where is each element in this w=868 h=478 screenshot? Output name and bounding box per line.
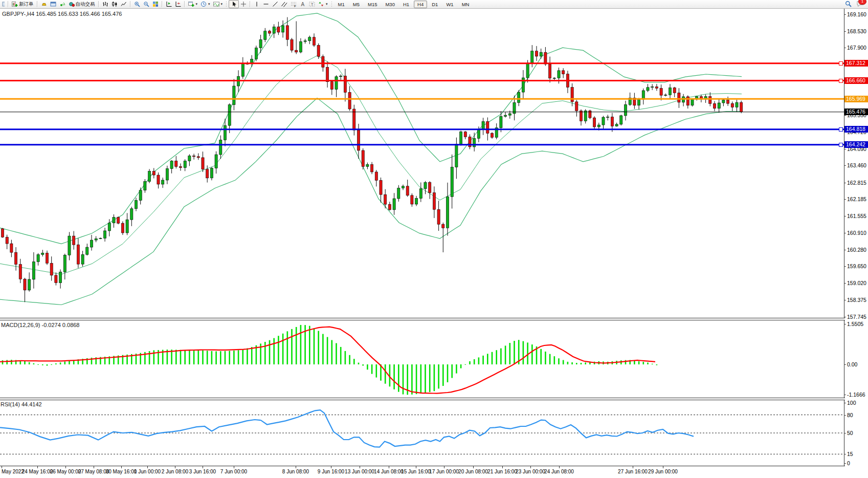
fibo-icon: F: [291, 1, 297, 7]
channel-button[interactable]: [280, 1, 289, 8]
timeframe-m5[interactable]: M5: [349, 1, 363, 8]
arrows-button[interactable]: ▾: [317, 1, 329, 8]
hline-handle[interactable]: [839, 79, 843, 83]
chevron-down-icon[interactable]: ▾: [208, 2, 210, 6]
trendline-button[interactable]: [271, 1, 280, 8]
price-badge: 167.312: [844, 60, 868, 67]
market-watch-button[interactable]: [49, 1, 58, 8]
price-badge: 165.969: [844, 96, 868, 102]
periods-button[interactable]: ▾: [199, 1, 212, 8]
timeframe-m15[interactable]: M15: [364, 1, 381, 8]
horizontal-line-button[interactable]: [261, 1, 271, 8]
price-badge: 166.660: [844, 77, 868, 84]
time-tick: [121, 466, 122, 468]
price-tick-label: 168.530: [847, 28, 868, 34]
time-tick: [444, 466, 444, 468]
hline-handle[interactable]: [839, 61, 843, 66]
time-label: 30 May 16:00: [106, 469, 137, 474]
timeframe-h4[interactable]: H4: [414, 1, 427, 8]
crosshair-button[interactable]: [239, 1, 248, 8]
channel-icon: [281, 1, 287, 7]
symbol-title: GBPJPY-,H4 165.485 165.633 165.466 165.4…: [2, 11, 122, 17]
price-tick-label: 163.460: [847, 162, 868, 168]
toolbar-separator: [37, 1, 38, 7]
time-tick: [530, 466, 531, 468]
partial-toolbar-icon: [0, 1, 6, 8]
auto-scroll-button[interactable]: [173, 1, 183, 8]
candlestick-mode-button[interactable]: [110, 1, 119, 8]
timeframe-h1[interactable]: H1: [399, 1, 413, 8]
time-label: 27 Jun 16:00: [618, 469, 648, 474]
text-button[interactable]: A: [298, 1, 307, 8]
price-tick-label: 160.280: [847, 247, 868, 253]
timeframe-m1[interactable]: M1: [335, 1, 348, 8]
time-tick: [203, 466, 203, 468]
toolbar-group-handle[interactable]: [331, 1, 332, 7]
time-tick: [65, 466, 66, 468]
pane-divider-macd[interactable]: [0, 318, 845, 320]
hline-handle[interactable]: [839, 127, 843, 132]
crosshair-icon: [240, 1, 247, 7]
macd-tick-label: 0.00: [847, 361, 868, 367]
chart-shift-button[interactable]: [164, 1, 173, 8]
text-label-button[interactable]: T: [307, 1, 317, 8]
indicators-button[interactable]: ▾: [212, 1, 225, 8]
time-label: 20 Jun 08:00: [458, 469, 488, 474]
toolbar: 新订单自动交易▾▾▾FAT▾M1M5M15M30H1H4D1W1MN1: [0, 0, 868, 9]
timeframe-d1[interactable]: D1: [428, 1, 441, 8]
toolbar-separator: [162, 1, 163, 7]
zoom-in-button[interactable]: [132, 1, 142, 8]
toolbar-separator: [98, 1, 99, 7]
price-tick-label: 161.555: [847, 213, 868, 219]
time-tick: [663, 466, 663, 468]
timeframe-m30[interactable]: M30: [382, 1, 398, 8]
time-label: 7 Jun 00:00: [220, 469, 247, 474]
history-center-button[interactable]: [39, 1, 49, 8]
timeframe-w1[interactable]: W1: [442, 1, 457, 8]
time-label: 13 Jun 00:00: [345, 469, 374, 474]
time-tick: [473, 466, 474, 468]
toolbar-group-handle[interactable]: [226, 1, 227, 7]
new-chart-button[interactable]: ▾: [187, 1, 199, 8]
line-chart-mode-button[interactable]: [119, 1, 128, 8]
bars-icon: [102, 1, 108, 7]
zoom-out-button[interactable]: [142, 1, 151, 8]
chevron-down-icon[interactable]: ▾: [326, 2, 328, 6]
rsi-tick-label: 50: [847, 430, 868, 436]
time-tick: [331, 466, 331, 468]
bar-chart-mode-button[interactable]: [101, 1, 110, 8]
bollinger-upper-line: [0, 13, 742, 244]
new-order-icon: [12, 1, 18, 7]
notifications-button[interactable]: 1: [857, 1, 864, 8]
partial-icon: [2, 1, 5, 7]
time-label: 26 May 00:00: [50, 469, 81, 474]
timeframe-mn[interactable]: MN: [458, 1, 473, 8]
search-icon[interactable]: [845, 1, 852, 8]
indicators-icon: [213, 1, 219, 7]
price-tick-label: 158.375: [847, 297, 868, 303]
new-order-button[interactable]: 新订单: [10, 1, 35, 8]
time-label: 8 Jun 08:00: [282, 469, 309, 474]
chevron-down-icon[interactable]: ▾: [196, 2, 198, 6]
tile-windows-button[interactable]: [151, 1, 160, 8]
pane-divider-rsi[interactable]: [0, 398, 845, 400]
hline-handle[interactable]: [839, 143, 843, 147]
auto-trading-button[interactable]: 自动交易: [67, 1, 97, 8]
fibonacci-button[interactable]: F: [289, 1, 298, 8]
line-icon: [121, 1, 127, 7]
time-tick: [633, 466, 633, 468]
trendline-icon: [272, 1, 278, 7]
chart-canvas[interactable]: [0, 0, 868, 478]
candles-layer: [1, 17, 742, 302]
toolbar-right: 1: [845, 1, 868, 8]
cursor-icon: [231, 1, 237, 7]
time-tick: [234, 466, 234, 468]
window-icon: [50, 1, 56, 7]
signals-button[interactable]: [58, 1, 67, 8]
cursor-button[interactable]: [229, 0, 239, 8]
vertical-line-button[interactable]: [252, 1, 261, 8]
signal-icon: [59, 1, 65, 7]
time-label: 17 Jun 00:00: [429, 469, 459, 474]
rsi-tick-label: 100: [847, 400, 868, 406]
chevron-down-icon[interactable]: ▾: [221, 2, 223, 6]
